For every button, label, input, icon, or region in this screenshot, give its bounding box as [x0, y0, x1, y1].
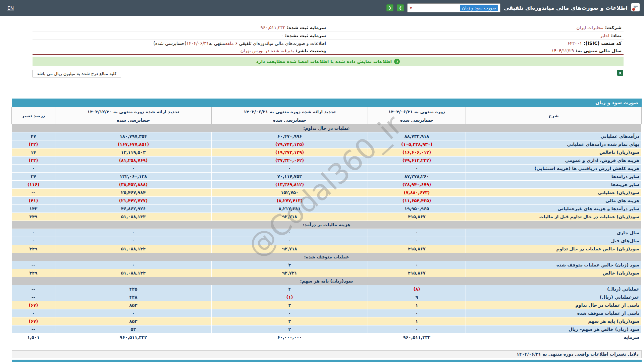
nav-back-button[interactable]: ❮ [386, 4, 393, 11]
statement-data-row: هزینه کاهش ارزش دریافتني ها (هزینه استثن… [12, 165, 642, 173]
change-reasons-header: دلایل تغییرات اطلاعات واقعی دوره منتهی ب… [12, 350, 642, 358]
row-value-cell: ۱۵۲,۷۵۰ [212, 189, 368, 197]
company-info-cell: اطلاعات و صورت‌های مالی میاندوره‌ای تلفی… [33, 39, 328, 47]
row-value-cell: (۷,۸۸۰,۶۷۳) [368, 189, 466, 197]
row-description-cell: هزینه های مالی [466, 197, 642, 205]
row-value-cell: (۶۷) [12, 317, 55, 325]
col-subheader-audited: حسابرسی شده [212, 116, 368, 124]
statement-data-row: ناشی از عملیات در حال تداوم۱۳۸۵۳(۶۷) [12, 301, 642, 309]
row-description-cell: سایر درآمدها و هزینه های غیرعملیاتی [466, 205, 642, 213]
statement-body: عملیات در حال تداوم:درآمدهای عملیاتي۸۸,۷… [12, 124, 642, 342]
statement-section-row: عملیات متوقف شده: [12, 253, 642, 261]
company-info-table: شرکت: مخابرات ایرانسرمایه ثبت شده: ۹۶۰,۵… [33, 24, 624, 55]
row-description-cell: سال جاری [466, 229, 642, 237]
row-value-cell: (۱۰۵,۳۳۸,۹۳۰) [368, 140, 466, 148]
row-value-cell: ۰ [368, 165, 466, 173]
row-description-cell: ناشی از عملیات در حال تداوم [466, 301, 642, 309]
statement-data-row: سایر درآمدها۸۷,۲۷۸,۲۶۰۷۰,۱۱۴,۷۵۳۱۳۲,۰۶۰,… [12, 173, 642, 181]
unit-note-row: X کلیه مبالغ درج شده به میلیون ریال می ب… [33, 69, 624, 78]
col-header-change-percent: درصد تغییر [12, 107, 55, 124]
row-value-cell: (۴۹,۶۱۲,۲۲۲) [368, 157, 466, 165]
row-value-cell: ۰ [12, 229, 55, 237]
row-value-cell: ۱۴۳ [12, 205, 55, 213]
statement-data-row: سال‌های قبل۰۰۰۰ [12, 237, 642, 245]
row-value-cell: ۹ [368, 293, 466, 301]
row-value-cell: (۱) [212, 293, 368, 301]
row-value-cell: ۴۲۸ [55, 293, 212, 301]
statement-data-row: سال جاری۰۰۰۰ [12, 229, 642, 237]
row-description-cell: غیرعملیاتي (ریال) [466, 293, 642, 301]
excel-export-icon[interactable]: X [617, 69, 624, 77]
page-title: اطلاعات و صورت‌های مالی میاندوره‌ای تلفی… [504, 5, 628, 11]
svg-text:X: X [619, 71, 622, 75]
row-value-cell: (۱۶,۶۰۶,۰۱۲) [368, 148, 466, 157]
row-value-cell: (۲۸,۹۴۰,۶۷۹) [368, 181, 466, 189]
row-value-cell: ۰ [212, 229, 368, 237]
row-description-cell: سال‌های قبل [466, 237, 642, 245]
row-value-cell: ۸۵۳ [55, 301, 212, 309]
statement-data-row: هزینه های مالی(۱۱,۶۵۴,۴۲۵)(۸,۲۷۷,۴۱۳)(۲۱… [12, 197, 642, 205]
row-value-cell: ۰ [212, 237, 368, 245]
statement-header: شرح دوره منتهی به ۱۴۰۴/۰۶/۳۱ تجدید ارائه… [12, 107, 642, 124]
row-value-cell: ۸۷,۲۷۸,۲۶۰ [368, 173, 466, 181]
currency-unit-note: کلیه مبالغ درج شده به میلیون ریال می باش… [33, 70, 121, 77]
row-value-cell: ۰ [55, 229, 212, 237]
income-statement-table: شرح دوره منتهی به ۱۴۰۴/۰۶/۳۱ تجدید ارائه… [11, 107, 642, 342]
statement-data-row: عملیاتي (ریال)(۸)۴۴۲۵-- [12, 285, 642, 293]
row-value-cell: ۹۶۰,۵۱۱,۳۳۲ [368, 334, 466, 342]
row-value-cell: -- [12, 285, 55, 293]
chevron-down-icon: ▾ [410, 6, 412, 10]
row-description-cell: سود(زیان) خالص [466, 269, 642, 277]
statement-data-row: بهای تمام شده درآمدهای عملیاتي(۱۰۵,۳۳۸,۹… [12, 140, 642, 148]
row-value-cell: ۰ [368, 229, 466, 237]
col-header-period-prior: تجدید ارائه شده دوره منتهی به ۱۴۰۳/۰۶/۳۱ [212, 107, 368, 116]
row-value-cell: ۱,۵۰۱ [12, 334, 55, 342]
statement-data-row: سود (زیان) خالص هر سهم– ریال۰۲۵۳-- [12, 325, 642, 334]
row-value-cell: ۱ [368, 317, 466, 325]
row-description-cell: سود(زیان) عملیات در حال تداوم قبل از مال… [466, 213, 642, 221]
row-description-cell: سود (زیان) خالص عملیات متوقف شده [466, 261, 642, 269]
company-info-cell: کد صنعت (ISIC): ۶۴۲۰۰۱ [328, 39, 624, 47]
row-value-cell: ۳۴۹ [12, 213, 55, 221]
statement-data-row: سود(زیان) پایه هر سهم۱۳۸۵۳(۶۷) [12, 317, 642, 325]
language-toggle-link[interactable]: EN [7, 5, 14, 11]
statement-data-row: ناشی از عملیات متوقف شده۰۰۰۰ [12, 309, 642, 317]
row-value-cell: (۱۱,۶۵۴,۴۲۵) [368, 197, 466, 205]
row-value-cell: ۹۲,۷۱۸ [212, 245, 368, 253]
info-icon: i [394, 59, 400, 64]
row-description-cell: درآمدهای عملیاتي [466, 132, 642, 140]
col-subheader-audited: حسابرسی شده [368, 116, 466, 124]
company-info-cell: سال مالی منتهی به: ۱۴۰۴/۱۲/۲۹ [328, 47, 624, 55]
row-value-cell: (۱۶۷,۶۷۷,۸۵۱) [55, 140, 212, 148]
row-description-cell: عملیاتي (ریال) [466, 285, 642, 293]
row-value-cell: ۰ [368, 309, 466, 317]
nav-forward-button[interactable]: ❯ [397, 4, 404, 11]
row-value-cell: ۰ [55, 237, 212, 245]
row-value-cell: (۱۳,۳۶۹,۸۱۲) [212, 181, 368, 189]
company-info-cell: شرکت: مخابرات ایران [328, 24, 624, 32]
row-value-cell: (۳۲) [12, 140, 55, 148]
row-description-cell: هزینه کاهش ارزش دریافتني ها (هزینه استثن… [466, 165, 642, 173]
row-value-cell: ۵۱,۰۸۸,۱۳۳ [55, 269, 212, 277]
row-value-cell: (۴۱) [12, 197, 55, 205]
app-logo-icon[interactable] [631, 3, 640, 13]
report-type-select[interactable]: صورت سود و زیان ▾ [407, 3, 500, 12]
col-header-description: شرح [466, 107, 642, 124]
statement-data-row: سود (زیان) خالص عملیات متوقف شده۰۳۰-- [12, 261, 642, 269]
row-value-cell: ۱۹,۹۵۰,۹۶۵ [368, 205, 466, 213]
statement-data-row: سود(زیان) خالص۴۱۵,۸۶۷۹۲,۷۲۱۵۱,۰۸۸,۱۳۳۳۴۹ [12, 269, 642, 277]
row-value-cell: ۸۸,۷۳۲,۹۱۸ [368, 132, 466, 140]
row-value-cell: (۲۱,۴۴۲,۷۷۷) [55, 197, 212, 205]
row-value-cell: (۳۷,۳۲۰,۰۶۲) [212, 157, 368, 165]
top-header-bar: اطلاعات و صورت‌های مالی میاندوره‌ای تلفی… [0, 0, 644, 16]
row-value-cell: -- [12, 293, 55, 301]
row-value-cell: ۲۴ [12, 173, 55, 181]
row-value-cell: -- [12, 261, 55, 269]
row-value-cell: ۴۱۵,۸۶۷ [368, 213, 466, 221]
row-value-cell: ۷۰,۱۱۴,۷۵۳ [212, 173, 368, 181]
statement-data-row: سرمایه۹۶۰,۵۱۱,۳۳۲۶۰,۰۰۰,۰۰۰۹۶۰,۵۱۱,۳۳۲۱,… [12, 334, 642, 342]
statement-data-row: سود(زیان) ناخالص(۱۶,۶۰۶,۰۱۲)(۱۹,۲۷۲,۱۲۹)… [12, 148, 642, 157]
company-info-section: شرکت: مخابرات ایرانسرمایه ثبت شده: ۹۶۰,۵… [33, 24, 624, 55]
row-value-cell: (۷۹,۷۴۳,۱۲۵) [212, 140, 368, 148]
statement-data-row: هزینه های فروش، اداری و عمومی(۴۹,۶۱۲,۲۲۲… [12, 157, 642, 165]
